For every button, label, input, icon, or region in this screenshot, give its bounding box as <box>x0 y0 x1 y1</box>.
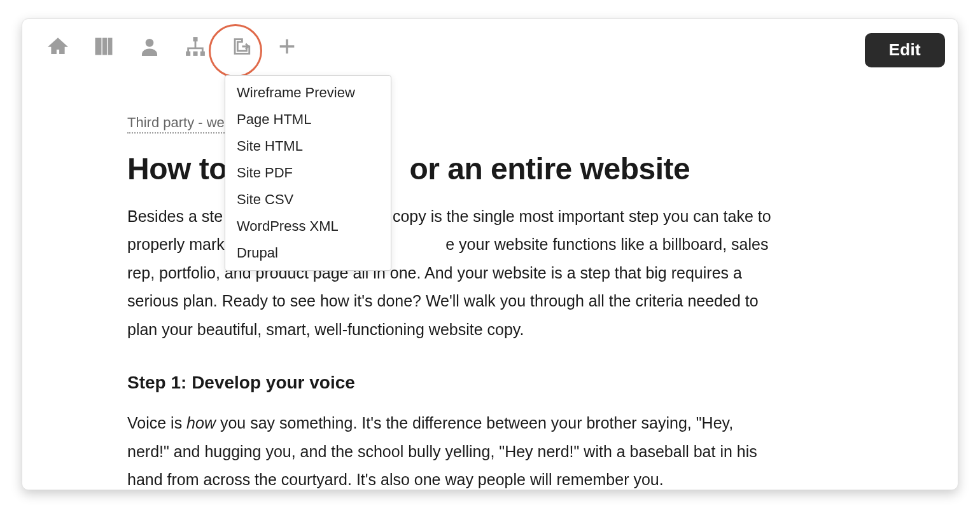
menu-item-wireframe-preview[interactable]: Wireframe Preview <box>225 79 391 106</box>
user-icon <box>139 36 160 59</box>
menu-item-drupal[interactable]: Drupal <box>225 240 391 266</box>
menu-item-site-pdf[interactable]: Site PDF <box>225 160 391 186</box>
svg-rect-1 <box>103 38 107 55</box>
toolbar: Edit <box>22 19 958 76</box>
page-title-right: or an entire website <box>409 152 690 186</box>
menu-item-site-html[interactable]: Site HTML <box>225 133 391 160</box>
panel-button[interactable] <box>81 19 127 76</box>
page-title-left: How to <box>127 152 227 186</box>
edit-button[interactable]: Edit <box>865 33 945 67</box>
app-window: Edit Wireframe Preview Page HTML Site HT… <box>22 18 958 490</box>
sitemap-icon <box>185 36 206 59</box>
add-button[interactable] <box>264 19 310 76</box>
step1-paragraph: Voice is how you say something. It's the… <box>127 409 776 490</box>
svg-rect-5 <box>186 52 190 56</box>
menu-item-wordpress-xml[interactable]: WordPress XML <box>225 213 391 240</box>
export-button[interactable] <box>218 19 264 76</box>
export-icon <box>230 36 252 59</box>
menu-item-page-html[interactable]: Page HTML <box>225 106 391 133</box>
svg-rect-4 <box>193 38 197 41</box>
step1-heading: Step 1: Develop your voice <box>127 373 853 393</box>
step1-body-a: Voice is <box>127 414 186 432</box>
user-button[interactable] <box>127 19 172 76</box>
svg-rect-0 <box>95 38 101 55</box>
panel-icon <box>93 36 115 59</box>
home-icon <box>47 36 69 59</box>
sitemap-button[interactable] <box>172 19 218 76</box>
svg-rect-7 <box>201 52 205 56</box>
svg-rect-6 <box>193 52 197 56</box>
step1-body-em: how <box>186 414 216 432</box>
intro-pre: Besides a ste <box>127 207 223 225</box>
step1-body-b: you say something. It's the difference b… <box>127 414 757 488</box>
add-icon <box>276 36 298 59</box>
svg-point-3 <box>146 39 153 46</box>
page-content: Third party - web How to write copy f or… <box>22 83 958 490</box>
svg-rect-2 <box>108 38 112 55</box>
menu-item-site-csv[interactable]: Site CSV <box>225 186 391 213</box>
breadcrumb[interactable]: Third party - web <box>127 114 232 134</box>
home-button[interactable] <box>35 19 81 76</box>
export-dropdown: Wireframe Preview Page HTML Site HTML Si… <box>225 75 391 271</box>
